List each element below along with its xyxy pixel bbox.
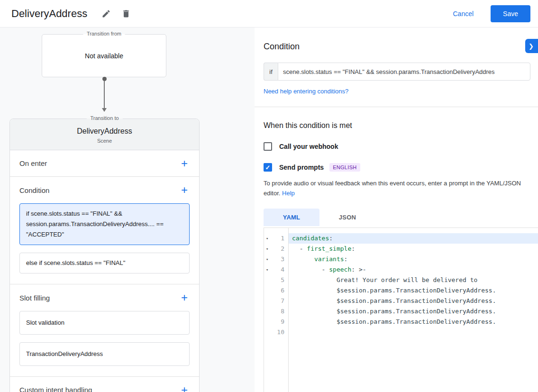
condition-item[interactable]: else if scene.slots.status == "FINAL": [19, 253, 190, 273]
slot-item[interactable]: TransactionDeliveryAddress: [19, 342, 190, 366]
send-prompts-checkbox[interactable]: ✓: [264, 163, 272, 172]
arrow-dot-icon: [102, 77, 107, 81]
code-plain: $session.params.TransactionDeliveryAddre…: [292, 308, 496, 315]
add-slot-button[interactable]: +: [176, 290, 192, 306]
code-text[interactable]: - speech: >-: [288, 264, 538, 275]
editor-line[interactable]: ▾ 7 $session.params.TransactionDeliveryA…: [264, 296, 538, 306]
fold-arrow-icon[interactable]: ▾: [266, 233, 272, 244]
editor-line[interactable]: ▾ 4 - speech: >-: [264, 264, 538, 275]
editor-gutter: ▾ 2: [264, 244, 288, 254]
condition-item-text: if scene.slots.status == "FINAL" && sess…: [26, 210, 164, 238]
editor-line[interactable]: ▾ 2 - first_simple:: [264, 244, 538, 254]
plus-icon: +: [181, 157, 188, 170]
code-text[interactable]: $session.params.TransactionDeliveryAddre…: [288, 306, 538, 317]
condition-detail-panel: ❯ Condition if Need help entering condit…: [255, 27, 538, 392]
code-text[interactable]: variants:: [288, 254, 538, 264]
call-webhook-row[interactable]: Call your webhook: [264, 142, 338, 151]
line-number: 5: [272, 275, 284, 285]
when-condition-heading: When this condition is met: [264, 121, 538, 130]
fold-arrow-icon[interactable]: ▾: [266, 254, 272, 264]
plus-icon: +: [181, 291, 188, 304]
code-prefix: -: [292, 266, 329, 273]
tab-yaml[interactable]: YAML: [264, 209, 319, 226]
line-number: 9: [272, 317, 284, 327]
prompt-description: To provide audio or visual feedback when…: [264, 178, 528, 198]
condition-input[interactable]: [278, 63, 530, 81]
code-key: first_simple: [307, 245, 351, 252]
add-custom-intent-button[interactable]: +: [176, 382, 192, 392]
code-text[interactable]: $session.params.TransactionDeliveryAddre…: [288, 296, 538, 306]
code-prefix: [292, 255, 314, 263]
code-plain: Great! Your order will be delivered to: [292, 276, 477, 283]
editor-gutter: ▾ 5: [264, 275, 288, 285]
send-prompts-row[interactable]: ✓ Send prompts ENGLISH: [264, 163, 360, 172]
code-text[interactable]: [288, 327, 538, 337]
add-condition-button[interactable]: +: [176, 182, 192, 198]
fold-arrow-icon[interactable]: ▾: [266, 264, 272, 275]
section-slot-filling: Slot filling + Slot validation Transacti…: [10, 284, 199, 377]
scene-card-subtitle: Scene: [10, 138, 199, 144]
code-text[interactable]: - first_simple:: [288, 244, 538, 254]
language-badge: ENGLISH: [329, 163, 360, 172]
editor-line[interactable]: ▾ 6 $session.params.TransactionDeliveryA…: [264, 285, 538, 296]
slot-item[interactable]: Slot validation: [19, 311, 190, 335]
condition-heading: Condition: [264, 42, 538, 52]
code-text[interactable]: candidates:: [288, 233, 538, 244]
code-plain: $session.params.TransactionDeliveryAddre…: [292, 318, 496, 325]
editor-line[interactable]: ▾ 10: [264, 327, 538, 337]
editor-gutter: ▾ 9: [264, 317, 288, 327]
add-on-enter-button[interactable]: +: [176, 155, 192, 172]
editor-line[interactable]: ▾ 3 variants:: [264, 254, 538, 264]
slot-item-text: TransactionDeliveryAddress: [26, 350, 103, 357]
code-text[interactable]: $session.params.TransactionDeliveryAddre…: [288, 317, 538, 327]
gutter-divider: [288, 228, 289, 392]
editor-line[interactable]: ▾ 8 $session.params.TransactionDeliveryA…: [264, 306, 538, 317]
section-slot-filling-label: Slot filling: [19, 294, 50, 302]
save-button[interactable]: Save: [491, 5, 530, 22]
delete-scene-button[interactable]: [118, 5, 135, 22]
code-key: variants: [314, 255, 344, 263]
plus-icon: +: [181, 183, 188, 196]
fold-arrow-icon[interactable]: ▾: [266, 244, 272, 254]
prompt-description-text: To provide audio or visual feedback when…: [264, 180, 521, 197]
section-condition-header: Condition +: [10, 177, 199, 203]
editor-gutter: ▾ 6: [264, 285, 288, 296]
collapse-panel-button[interactable]: ❯: [525, 39, 538, 53]
condition-item[interactable]: if scene.slots.status == "FINAL" && sess…: [19, 203, 190, 245]
editor-gutter: ▾ 4: [264, 264, 288, 275]
code-post: :: [329, 235, 333, 242]
check-icon: ✓: [265, 164, 271, 171]
condition-list: if scene.slots.status == "FINAL" && sess…: [10, 203, 199, 273]
scene-card-header[interactable]: DeliveryAddress Scene: [10, 119, 199, 150]
code-text[interactable]: Great! Your order will be delivered to: [288, 275, 538, 285]
code-post: : >-: [351, 266, 366, 273]
yaml-editor[interactable]: ▾ 1 candidates: ▾ 2 - first_simple:: [264, 228, 538, 392]
code-text[interactable]: $session.params.TransactionDeliveryAddre…: [288, 285, 538, 296]
condition-expression-row: if: [264, 63, 530, 81]
condition-help-link[interactable]: Need help entering conditions?: [264, 88, 348, 95]
editor-line[interactable]: ▾ 9 $session.params.TransactionDeliveryA…: [264, 317, 538, 327]
slot-item-text: Slot validation: [26, 319, 64, 326]
section-custom-intent: Custom intent handling +: [10, 377, 199, 392]
send-prompts-label: Send prompts: [279, 164, 324, 171]
editor-gutter: ▾ 8: [264, 306, 288, 317]
scene-card: Transition to DeliveryAddress Scene On e…: [9, 119, 200, 392]
edit-title-button[interactable]: [98, 5, 115, 22]
tab-json[interactable]: JSON: [319, 209, 375, 226]
condition-item-text: else if scene.slots.status == "FINAL": [26, 259, 125, 266]
editor-line[interactable]: ▾ 1 candidates:: [264, 233, 538, 244]
webhook-checkbox[interactable]: [264, 142, 272, 151]
main-content: Transition from Not available Transition…: [0, 27, 538, 392]
editor-line[interactable]: ▾ 5 Great! Your order will be delivered …: [264, 275, 538, 285]
cancel-button[interactable]: Cancel: [453, 10, 474, 18]
chevron-right-icon: ❯: [529, 43, 534, 50]
line-number: 6: [272, 285, 284, 296]
delete-icon: [121, 9, 131, 18]
arrow-line: [104, 81, 105, 108]
plus-icon: +: [181, 383, 188, 392]
help-link[interactable]: Help: [282, 190, 295, 197]
section-divider: [255, 107, 538, 107]
topbar: DeliveryAddress Cancel Save: [0, 0, 538, 27]
page-title: DeliveryAddress: [11, 8, 87, 20]
code-plain: $session.params.TransactionDeliveryAddre…: [292, 297, 496, 304]
